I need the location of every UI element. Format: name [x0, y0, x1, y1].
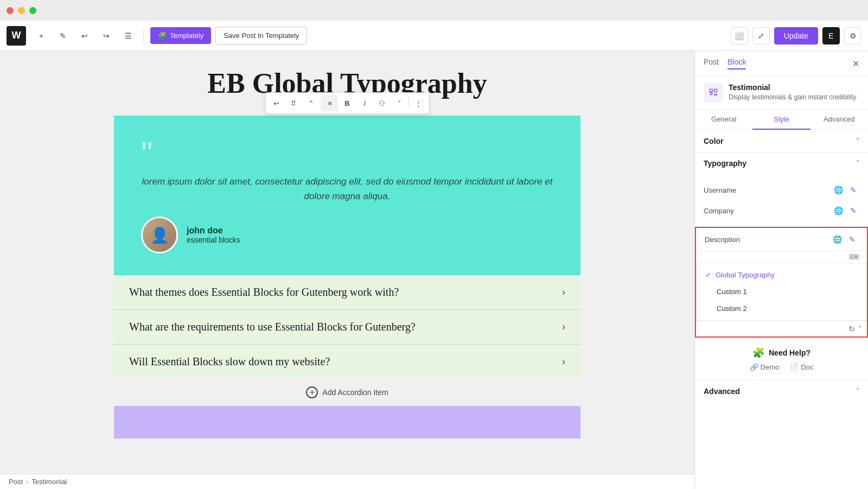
close-button[interactable] [7, 7, 14, 14]
settings-button[interactable]: ⚙ [844, 27, 861, 45]
main-toolbar: W + ✎ ↩ ↪ ☰ 🧩 Templately Save Post In Te… [0, 21, 868, 51]
editor-container: W + ✎ ↩ ↪ ☰ 🧩 Templately Save Post In Te… [0, 21, 868, 489]
templately-icon: 🧩 [158, 31, 167, 40]
typography-section-header[interactable]: Typography ˄ [695, 153, 868, 174]
style-tab-general[interactable]: General [695, 110, 752, 130]
accordion-item-2[interactable]: What are the requirements to use Essenti… [114, 310, 580, 345]
typography-dropdown-menu: ✓ Global Typography Custom 1 Custom 2 [696, 263, 867, 321]
tab-post[interactable]: Post [704, 58, 719, 69]
color-section-arrow: ˅ [856, 137, 859, 145]
accordion-item-3[interactable]: Will Essential Blocks slow down my websi… [114, 345, 580, 379]
close-sidebar-button[interactable]: ✕ [852, 59, 859, 69]
sidebar-content: Color ˅ Typography ˄ Username 🌐 ✎ [695, 130, 868, 489]
need-help-links: 🔗 Demo 📄 Doc [750, 363, 814, 371]
description-edit-icon[interactable]: ✎ [846, 233, 858, 245]
doc-label: Doc [801, 363, 813, 371]
templately-button[interactable]: 🧩 Templately [150, 27, 211, 44]
minimize-button[interactable] [18, 7, 25, 14]
redo-button[interactable]: ↪ [98, 27, 115, 45]
demo-icon: 🔗 [750, 363, 758, 371]
ft-transform-button[interactable]: ↩ [268, 95, 284, 111]
description-controls: 🌐 ✎ [831, 233, 858, 245]
accordion-block: What themes does Essential Blocks for Gu… [114, 275, 580, 379]
company-globe-icon[interactable]: 🌐 [832, 205, 844, 217]
style-tabs: General Style Advanced [695, 110, 868, 130]
breadcrumb-testimonial[interactable]: Testimonial [31, 478, 67, 486]
advanced-section-header[interactable]: Advanced ˅ [695, 380, 868, 402]
author-info: john doe essential blocks [187, 226, 240, 244]
style-tab-style[interactable]: Style [752, 110, 810, 130]
dropdown-option-global-typography[interactable]: ✓ Global Typography [697, 266, 866, 283]
sidebar-header: Post Block ✕ [695, 51, 868, 77]
style-tab-advanced[interactable]: Advanced [810, 110, 868, 130]
ft-move-button[interactable]: ⌃ [303, 95, 319, 111]
toolbar-right: ⬜ ⤢ Update E ⚙ [731, 27, 861, 45]
description-section: Description 🌐 ✎ EM ✓ Glo [695, 227, 868, 338]
color-section-header[interactable]: Color ˅ [695, 130, 868, 153]
accordion-arrow-3: › [562, 356, 565, 367]
username-globe-icon[interactable]: 🌐 [832, 184, 844, 196]
ft-align-button[interactable]: ≡ [322, 95, 338, 111]
add-block-button[interactable]: + [33, 27, 50, 45]
author-avatar: 👤 [141, 217, 178, 253]
check-icon: ✓ [705, 271, 711, 279]
titlebar [0, 0, 868, 21]
breadcrumb: Post › Testimonial [0, 474, 694, 489]
ft-drag-button[interactable]: ⠿ [285, 95, 302, 111]
breadcrumb-post[interactable]: Post [9, 478, 23, 486]
description-label: Description [705, 236, 740, 244]
ft-more-button[interactable]: ˅ [391, 95, 407, 111]
description-globe-icon[interactable]: 🌐 [831, 233, 843, 245]
author-avatar-image: 👤 [143, 218, 176, 252]
preview-button[interactable]: ⤢ [752, 27, 770, 45]
company-controls: 🌐 ✎ [832, 205, 859, 217]
company-label: Company [704, 207, 734, 215]
maximize-button[interactable] [29, 7, 36, 14]
option-custom-1-label: Custom 1 [717, 288, 747, 296]
add-icon: + [306, 386, 318, 398]
accordion-item-1[interactable]: What themes does Essential Blocks for Gu… [114, 275, 580, 310]
view-mode-button[interactable]: ⬜ [731, 27, 748, 45]
company-edit-icon[interactable]: ✎ [847, 205, 859, 217]
undo-button[interactable]: ↩ [76, 27, 93, 45]
ft-italic-button[interactable]: I [356, 95, 373, 111]
floating-toolbar: ↩ ⠿ ⌃ ≡ B I ⚇ ˅ ⋮ [265, 92, 429, 114]
accordion-arrow-1: › [562, 287, 565, 298]
update-button[interactable]: Update [774, 27, 818, 45]
canvas: ↩ ⠿ ⌃ ≡ B I ⚇ ˅ ⋮ EB Global Typography "… [0, 51, 694, 489]
main-area: ↩ ⠿ ⌃ ≡ B I ⚇ ˅ ⋮ EB Global Typography "… [0, 51, 868, 489]
need-help-section: 🧩 Need Help? 🔗 Demo 📄 Doc [695, 338, 868, 380]
color-section-title: Color [704, 137, 724, 145]
description-footer: ↻ ˅ [696, 321, 867, 336]
save-post-templately-button[interactable]: Save Post In Templately [215, 27, 307, 45]
eb-icon-button[interactable]: E [822, 27, 840, 45]
tab-block[interactable]: Block [727, 58, 746, 69]
list-view-button[interactable]: ☰ [119, 27, 137, 45]
company-typography-row: Company 🌐 ✎ [704, 200, 859, 221]
quote-icon: " [141, 137, 553, 170]
ft-link-button[interactable]: ⚇ [374, 95, 390, 111]
advanced-label: Advanced [704, 387, 740, 396]
doc-link[interactable]: 📄 Doc [790, 363, 813, 371]
username-edit-icon[interactable]: ✎ [847, 184, 859, 196]
option-custom-2-label: Custom 2 [717, 304, 747, 313]
author-company: essential blocks [187, 236, 240, 244]
accordion-question-2: What are the requirements to use Essenti… [129, 321, 553, 333]
description-header: Description 🌐 ✎ [696, 228, 867, 251]
add-accordion-button[interactable]: + Add Accordion Item [114, 379, 580, 406]
testimonial-block: " lorem ipsum dolor sit amet, consectetu… [114, 116, 580, 275]
author-name: john doe [187, 226, 240, 236]
username-controls: 🌐 ✎ [832, 184, 859, 196]
sidebar-tabs: Post Block [704, 58, 746, 69]
dropdown-option-custom-2[interactable]: Custom 2 [697, 300, 866, 317]
ft-bold-button[interactable]: B [339, 95, 355, 111]
accordion-arrow-2: › [562, 321, 565, 333]
refresh-icon[interactable]: ↻ [848, 325, 855, 333]
demo-link[interactable]: 🔗 Demo [750, 363, 780, 371]
scroll-down-icon[interactable]: ˅ [858, 325, 861, 333]
dropdown-option-custom-1[interactable]: Custom 1 [697, 283, 866, 300]
typography-section-body: Username 🌐 ✎ Company 🌐 ✎ [695, 174, 868, 227]
wp-logo[interactable]: W [7, 26, 26, 46]
ft-options-button[interactable]: ⋮ [410, 95, 426, 111]
tools-button[interactable]: ✎ [54, 27, 72, 45]
